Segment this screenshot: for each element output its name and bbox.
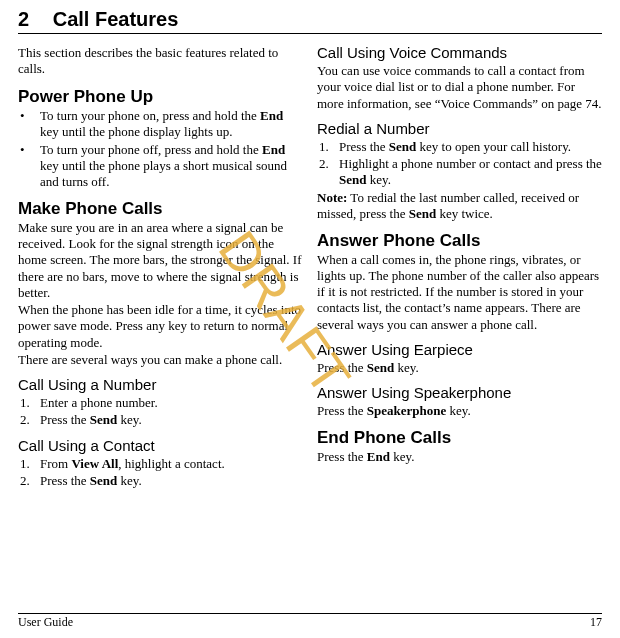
call-contact-steps: From View All, highlight a contact. Pres…	[18, 456, 303, 490]
voice-commands-para: You can use voice commands to call a con…	[317, 63, 602, 112]
redial-steps: Press the Send key to open your call his…	[317, 139, 602, 189]
chapter-heading: 2 Call Features	[18, 8, 602, 31]
list-item: Enter a phone number.	[18, 395, 303, 411]
heading-underline	[18, 33, 602, 34]
heading-power-phone-up: Power Phone Up	[18, 87, 303, 107]
heading-voice-commands: Call Using Voice Commands	[317, 44, 602, 62]
chapter-title: Call Features	[53, 8, 179, 30]
call-number-steps: Enter a phone number. Press the Send key…	[18, 395, 303, 429]
make-calls-para-2: When the phone has been idle for a time,…	[18, 302, 303, 351]
heading-make-phone-calls: Make Phone Calls	[18, 199, 303, 219]
list-item: To turn your phone on, press and hold th…	[18, 108, 303, 141]
list-item: From View All, highlight a contact.	[18, 456, 303, 472]
speakerphone-para: Press the Speakerphone key.	[317, 403, 602, 419]
heading-call-using-contact: Call Using a Contact	[18, 437, 303, 455]
make-calls-para-1: Make sure you are in an area where a sig…	[18, 220, 303, 301]
answer-calls-para: When a call comes in, the phone rings, v…	[317, 252, 602, 333]
heading-call-using-number: Call Using a Number	[18, 376, 303, 394]
heading-answer-earpiece: Answer Using Earpiece	[317, 341, 602, 359]
footer-left: User Guide	[18, 615, 73, 630]
list-item: Press the Send key.	[18, 473, 303, 489]
make-calls-para-3: There are several ways you can make a ph…	[18, 352, 303, 368]
heading-answer-phone-calls: Answer Phone Calls	[317, 231, 602, 251]
column-left: This section describes the basic feature…	[18, 44, 303, 490]
heading-answer-speakerphone: Answer Using Speakerphone	[317, 384, 602, 402]
end-calls-para: Press the End key.	[317, 449, 602, 465]
power-bullet-list: To turn your phone on, press and hold th…	[18, 108, 303, 190]
heading-end-phone-calls: End Phone Calls	[317, 428, 602, 448]
column-right: Call Using Voice Commands You can use vo…	[317, 44, 602, 490]
heading-redial: Redial a Number	[317, 120, 602, 138]
list-item: Press the Send key to open your call his…	[317, 139, 602, 155]
content-columns: This section describes the basic feature…	[18, 44, 602, 490]
redial-note: Note: To redial the last number called, …	[317, 190, 602, 223]
intro-text: This section describes the basic feature…	[18, 45, 303, 78]
earpiece-para: Press the Send key.	[317, 360, 602, 376]
page-footer: User Guide 17	[18, 613, 602, 630]
list-item: Press the Send key.	[18, 412, 303, 428]
list-item: To turn your phone off, press and hold t…	[18, 142, 303, 191]
list-item: Highlight a phone number or contact and …	[317, 156, 602, 189]
chapter-number: 2	[18, 8, 29, 31]
footer-page-number: 17	[590, 615, 602, 630]
